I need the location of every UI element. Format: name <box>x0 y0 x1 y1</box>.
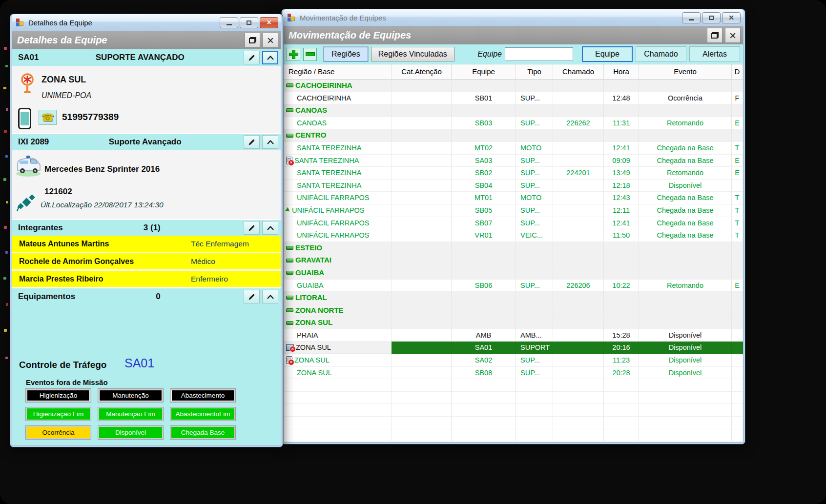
remove-button[interactable] <box>303 48 317 61</box>
close-button[interactable]: ✕ <box>260 17 278 28</box>
team-row[interactable]: UNIFÁCIL FARRAPOSMT01MOTO12:43Chegada na… <box>284 192 743 204</box>
traffic-button-abastecimento[interactable]: Abastecimento <box>170 389 235 402</box>
region-group-row[interactable]: LITORAL <box>284 292 743 304</box>
vehicle-code: IXI 2089 <box>18 137 49 147</box>
region-group-row[interactable]: ZONA NORTE <box>284 304 743 317</box>
traffic-button-abastecimentofim[interactable]: AbastecimentoFim <box>170 407 235 421</box>
region-group-row[interactable]: GUAIBA <box>284 267 743 280</box>
team-row[interactable]: PRAIAAMBAMB...15:28Disponível <box>284 329 743 342</box>
team-row[interactable]: GUAIBASB06SUP...22620610:22RetomandoE <box>284 280 743 292</box>
column-header-hora[interactable]: Hora <box>604 64 639 79</box>
traffic-button-disponivel[interactable]: Disponível <box>98 426 163 439</box>
region-group-row[interactable]: ZONA SUL <box>284 317 743 329</box>
add-button[interactable] <box>287 48 300 61</box>
cell-region <box>284 392 392 404</box>
column-header-regiao-base[interactable]: Região / Base <box>284 64 392 79</box>
column-header-tipo[interactable]: Tipo <box>516 64 553 79</box>
team-row[interactable]: CACHOEIRINHASB01SUP...12:48OcorrênciaF <box>284 92 743 105</box>
region-group-row[interactable]: CENTRO <box>284 129 743 142</box>
linked-regions-button[interactable]: Regiões Vinculadas <box>371 47 454 61</box>
cell-cat <box>392 342 452 354</box>
cell-region <box>284 404 392 417</box>
panel-close-button[interactable]: × <box>263 33 278 48</box>
cell-tipo <box>516 104 553 117</box>
vehicle-model: Mercedes Benz Sprinter 2016 <box>44 164 160 174</box>
team-row[interactable]: UNIFÁCIL FARRAPOSSB05SUP...12:11Chegada … <box>284 204 743 217</box>
team-filter-input[interactable] <box>505 47 573 61</box>
member-role: Enfermeiro <box>191 275 274 283</box>
cell-evento <box>639 379 732 392</box>
team-row[interactable]: ZONA SULSA01SUPORT20:16Disponível <box>284 342 743 354</box>
cell-extra <box>732 80 743 92</box>
traffic-button-manutencao[interactable]: Manutenção <box>98 389 163 402</box>
cell-region: UNIFÁCIL FARRAPOS <box>284 217 392 230</box>
traffic-button-higienizacao-fim[interactable]: Higienização Fim <box>26 407 91 421</box>
column-header-d[interactable]: D <box>732 64 743 79</box>
column-header-evento[interactable]: Evento <box>639 64 732 79</box>
cell-chamado <box>553 317 604 329</box>
region-group-row[interactable]: CACHOEIRINHA <box>284 80 743 92</box>
maximize-button[interactable] <box>240 17 258 28</box>
region-group-row[interactable]: ESTEIO <box>284 242 743 255</box>
edit-vehicle-button[interactable] <box>244 135 260 149</box>
cell-region: ZONA SUL <box>284 367 392 380</box>
region-base-label: GUAIBA <box>295 267 324 279</box>
restore-button[interactable] <box>707 28 723 43</box>
team-row[interactable]: ZONA SULSB08SUP...20:28Disponível <box>284 367 743 380</box>
regions-toggle-button[interactable]: Regiões <box>324 47 368 61</box>
traffic-button-higienizacao[interactable]: Higienização <box>26 389 91 402</box>
edit-equipment-button[interactable] <box>244 290 260 303</box>
cell-extra <box>732 392 743 404</box>
collapse-equipment-button[interactable] <box>262 290 278 303</box>
cell-equipe: SB04 <box>452 180 516 192</box>
map-speckle <box>4 130 7 133</box>
cell-cat <box>392 404 452 417</box>
edit-team-button[interactable] <box>244 51 260 64</box>
window-titlebar[interactable]: Detalhes da Equipe ✕ <box>12 14 281 31</box>
collapse-members-button[interactable] <box>262 221 278 235</box>
team-row[interactable]: SANTA TEREZINHAMT02MOTO12:41Chegada na B… <box>284 142 743 155</box>
cell-region: SANTA TEREZINHA <box>284 167 392 180</box>
member-row[interactable]: Rochele de Amorim GonçalvesMédico <box>12 253 281 269</box>
member-row[interactable]: Mateus Antunes MartinsTéc Enfermagem <box>12 236 281 252</box>
team-row[interactable]: CANOASSB03SUP...22626211:31RetomandoE <box>284 117 743 130</box>
minimize-button[interactable] <box>220 17 238 28</box>
panel-close-button[interactable]: × <box>725 28 741 43</box>
region-group-row[interactable]: CANOAS <box>284 104 743 117</box>
member-row[interactable]: Marcia Prestes RibeiroEnfermeiro <box>12 271 281 287</box>
movement-table: Região / BaseCat.AtençãoEquipeTipoChamad… <box>284 64 743 442</box>
close-button[interactable]: ✕ <box>722 12 741 23</box>
map-speckle <box>5 357 8 359</box>
maximize-button[interactable] <box>702 12 721 23</box>
restore-button[interactable] <box>245 33 260 48</box>
team-row[interactable]: SANTA TEREZINHASB02SUP...22420113:49Reto… <box>284 167 743 180</box>
cell-extra <box>732 267 743 280</box>
edit-members-button[interactable] <box>244 221 260 235</box>
cell-region <box>284 429 392 442</box>
cell-hora <box>604 242 639 255</box>
cell-evento: Chegada na Base <box>639 204 732 217</box>
traffic-button-ocorrencia[interactable]: Ocorrência <box>26 426 91 439</box>
team-row[interactable]: ZONA SULSA02SUP...11:23Disponível <box>284 354 743 367</box>
team-row[interactable]: UNIFÁCIL FARRAPOSSB07SUP...12:41Chegada … <box>284 217 743 230</box>
collapse-team-button[interactable] <box>262 51 278 64</box>
view-button-alertas[interactable]: Alertas <box>689 46 740 62</box>
traffic-button-manutencao-fim[interactable]: Manutenção Fim <box>98 407 163 421</box>
empty-row <box>284 404 743 417</box>
column-header-cat-atencao[interactable]: Cat.Atenção <box>392 64 452 79</box>
traffic-button-chegada-base[interactable]: Chegada Base <box>170 426 235 439</box>
team-row[interactable]: UNIFÁCIL FARRAPOSVR01VEIC...11:50Chegada… <box>284 229 743 242</box>
cell-hora: 20:16 <box>604 342 639 354</box>
team-row[interactable]: SANTA TEREZINHASA03SUP...09:09Chegada na… <box>284 155 743 167</box>
column-header-chamado[interactable]: Chamado <box>553 64 604 79</box>
call-button[interactable]: ☎ <box>39 110 57 125</box>
collapse-vehicle-button[interactable] <box>262 135 278 149</box>
team-row[interactable]: SANTA TEREZINHASB04SUP...12:18Disponível <box>284 180 743 192</box>
view-button-equipe[interactable]: Equipe <box>582 46 633 62</box>
region-base-label: SANTA TEREZINHA <box>294 155 359 167</box>
minimize-button[interactable] <box>682 12 701 23</box>
window-titlebar[interactable]: Movimentação de Equipes ✕ <box>283 9 743 26</box>
column-header-equipe[interactable]: Equipe <box>452 64 516 79</box>
region-group-row[interactable]: GRAVATAI <box>284 254 743 267</box>
view-button-chamado[interactable]: Chamado <box>636 46 686 62</box>
